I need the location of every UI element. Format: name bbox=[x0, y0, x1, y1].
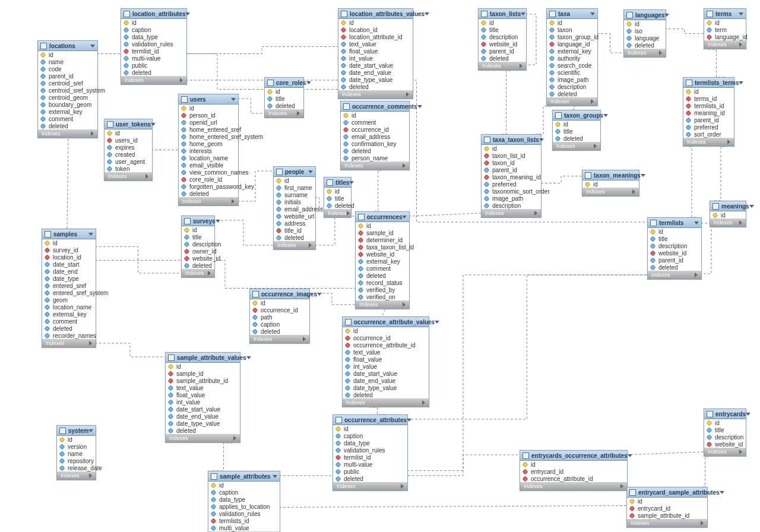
indexes-footer[interactable]: Indexes bbox=[333, 482, 407, 490]
indexes-footer[interactable]: Indexes bbox=[38, 129, 97, 138]
table-taxa_taxon_lists[interactable]: taxa_taxon_listsidtaxon_list_idtaxon_idp… bbox=[481, 134, 542, 218]
indexes-footer[interactable]: Indexes bbox=[710, 218, 746, 227]
indexes-footer[interactable]: Indexes bbox=[182, 269, 214, 277]
table-header[interactable]: location_attributes bbox=[121, 9, 186, 19]
indexes-footer[interactable]: Indexes bbox=[42, 339, 96, 347]
indexes-footer[interactable]: Indexes bbox=[553, 142, 600, 150]
table-languages[interactable]: languagesidisolanguagedeletedIndexes bbox=[623, 10, 666, 58]
column-row: person_name bbox=[341, 154, 409, 162]
table-occurrence_comments[interactable]: occurrence_commentsidcommentoccurrence_i… bbox=[340, 101, 410, 170]
table-header[interactable]: sample_attribute_values bbox=[166, 353, 240, 363]
indexes-footer[interactable]: Indexes bbox=[547, 97, 597, 106]
table-occurrences[interactable]: occurrencesidsample_iddeterminer_idtaxa_… bbox=[355, 211, 410, 309]
table-header[interactable]: sample_attributes bbox=[208, 471, 280, 482]
table-header[interactable]: entrycards bbox=[704, 409, 746, 419]
indexes-footer[interactable]: Indexes bbox=[624, 49, 666, 57]
indexes-footer[interactable]: Indexes bbox=[121, 76, 186, 84]
indexes-footer[interactable]: Indexes bbox=[627, 519, 707, 527]
indexes-footer[interactable]: Indexes bbox=[356, 300, 409, 309]
table-header[interactable]: occurrences bbox=[356, 212, 409, 222]
indexes-footer[interactable]: Indexes bbox=[265, 109, 303, 118]
table-samples[interactable]: samplesidsurvey_idlocation_iddate_startd… bbox=[42, 229, 96, 348]
table-header[interactable]: occurrence_attributes bbox=[333, 415, 407, 425]
table-location_attributes_values[interactable]: location_attributes_valuesidlocation_idl… bbox=[338, 8, 413, 99]
table-locations[interactable]: locationsidnamecodeparent_idcentroid_sre… bbox=[37, 40, 98, 138]
indexes-footer[interactable]: Indexes bbox=[343, 398, 429, 407]
table-users[interactable]: usersidperson_idopenid_urlhome_entered_s… bbox=[178, 94, 239, 206]
indexes-footer[interactable]: Indexes bbox=[250, 335, 309, 343]
table-sample_attribute_values[interactable]: sample_attribute_valuesidsample_idsample… bbox=[165, 352, 240, 443]
table-header[interactable]: system bbox=[57, 426, 96, 436]
table-header[interactable]: entrycards_occurrence_attributes bbox=[520, 451, 627, 461]
column-name: occurrence_attribute_id bbox=[531, 476, 593, 482]
table-header[interactable]: people bbox=[274, 167, 315, 177]
indexes-footer[interactable]: Indexes bbox=[582, 188, 639, 196]
column-row: id bbox=[250, 299, 309, 306]
indexes-footer[interactable]: Indexes bbox=[274, 241, 315, 249]
table-user_tokens[interactable]: user_tokensidusers_idexpirescreateduser_… bbox=[104, 119, 153, 181]
indexes-footer[interactable]: Indexes bbox=[338, 90, 413, 99]
indexes-footer[interactable]: Indexes bbox=[179, 197, 238, 205]
table-system[interactable]: systemidversionnamerepositoryrelease_dat… bbox=[56, 425, 96, 480]
indexes-footer[interactable]: Indexes bbox=[104, 172, 152, 180]
table-header[interactable]: samples bbox=[42, 229, 96, 239]
table-header[interactable]: occurrence_attribute_values bbox=[343, 317, 429, 327]
table-titles[interactable]: titlesidtitledeletedIndexes bbox=[324, 177, 352, 218]
indexes-footer[interactable]: Indexes bbox=[482, 209, 541, 217]
table-header[interactable]: locations bbox=[38, 41, 97, 51]
table-taxon_meanings[interactable]: taxon_meaningsidIndexes bbox=[582, 170, 639, 197]
indexes-footer[interactable]: Indexes bbox=[324, 209, 351, 217]
table-header[interactable]: taxa_taxon_lists bbox=[482, 135, 541, 145]
indexes-footer[interactable]: Indexes bbox=[479, 62, 526, 70]
table-header[interactable]: user_tokens bbox=[104, 119, 152, 129]
indexes-footer[interactable]: Indexes bbox=[520, 482, 627, 490]
relationship-line bbox=[536, 106, 551, 134]
table-header[interactable]: taxon_groups bbox=[553, 110, 600, 121]
indexes-footer[interactable]: Indexes bbox=[704, 448, 746, 456]
column-row: initials bbox=[274, 198, 315, 205]
table-occurrence_images[interactable]: occurrence_imagesidoccurrence_idpathcapt… bbox=[249, 289, 310, 344]
table-termlists[interactable]: termlistsidtitledescriptionwebsite_idpar… bbox=[647, 217, 702, 280]
indexes-footer[interactable]: Indexes bbox=[648, 271, 701, 279]
table-occurrence_attributes[interactable]: occurrence_attributesidcaptiondata_typev… bbox=[332, 414, 408, 491]
table-header[interactable]: taxa bbox=[547, 9, 597, 19]
indexes-footer[interactable]: Indexes bbox=[341, 162, 409, 170]
table-entrycard_sample_attributes[interactable]: entrycard_sample_attributesidentrycard_i… bbox=[626, 487, 708, 528]
table-taxon_lists[interactable]: taxon_listsidtitledescriptionwebsite_idp… bbox=[478, 8, 527, 71]
table-header[interactable]: core_roles bbox=[265, 78, 303, 88]
table-header[interactable]: meanings bbox=[710, 201, 746, 211]
table-core_roles[interactable]: core_rolesidtitledeletedIndexes bbox=[264, 77, 304, 118]
table-taxon_groups[interactable]: taxon_groupsidtitledeletedIndexes bbox=[552, 110, 601, 151]
table-entrycards_occurrence_attributes[interactable]: entrycards_occurrence_attributesidentryc… bbox=[520, 450, 628, 491]
indexes-footer[interactable]: Indexes bbox=[704, 40, 746, 49]
table-header[interactable]: occurrence_comments bbox=[341, 102, 409, 112]
table-header[interactable]: taxon_meanings bbox=[582, 170, 639, 180]
table-header[interactable]: termlists bbox=[648, 218, 701, 228]
col-icon bbox=[327, 202, 332, 208]
table-header[interactable]: location_attributes_values bbox=[338, 9, 413, 19]
table-header[interactable]: occurrence_images bbox=[250, 289, 309, 299]
table-header[interactable]: titles bbox=[324, 178, 351, 188]
table-entrycards[interactable]: entrycardsidtitledescriptionwebsite_idIn… bbox=[704, 408, 746, 457]
table-header[interactable]: languages bbox=[624, 10, 666, 20]
table-terms[interactable]: termsidtermlanguage_idIndexes bbox=[704, 8, 746, 49]
table-header[interactable]: entrycard_sample_attributes bbox=[627, 487, 707, 498]
table-people[interactable]: peopleidfirst_namesurnameinitialsemail_a… bbox=[273, 166, 316, 250]
table-header[interactable]: surveys bbox=[182, 216, 214, 226]
table-occurrence_attribute_values[interactable]: occurrence_attribute_valuesidoccurrence_… bbox=[342, 316, 429, 407]
indexes-footer[interactable]: Indexes bbox=[166, 434, 240, 442]
table-termlists_terms[interactable]: termlists_termsidterms_idtermlists_idmea… bbox=[683, 77, 734, 147]
table-sample_attributes[interactable]: sample_attributesidcaptiondata_typeappli… bbox=[208, 471, 280, 532]
table-taxa[interactable]: taxaidtaxontaxon_group_idlanguage_idexte… bbox=[546, 8, 598, 106]
column-row: address bbox=[274, 220, 315, 227]
table-header[interactable]: terms bbox=[704, 9, 746, 19]
indexes-footer[interactable]: Indexes bbox=[57, 471, 96, 480]
table-header[interactable]: taxon_lists bbox=[479, 9, 526, 19]
table-meanings[interactable]: meaningsidIndexes bbox=[710, 201, 746, 227]
table-header[interactable]: users bbox=[179, 94, 238, 104]
table-header[interactable]: termlists_terms bbox=[683, 78, 734, 88]
table-location_attributes[interactable]: location_attributesidcaptiondata_typeval… bbox=[121, 8, 187, 85]
indexes-footer[interactable]: Indexes bbox=[683, 138, 734, 146]
er-diagram-canvas[interactable]: locationsidnamecodeparent_idcentroid_sre… bbox=[0, 0, 760, 532]
table-surveys[interactable]: surveysidtitledescriptionowner_idwebsite… bbox=[181, 216, 215, 278]
